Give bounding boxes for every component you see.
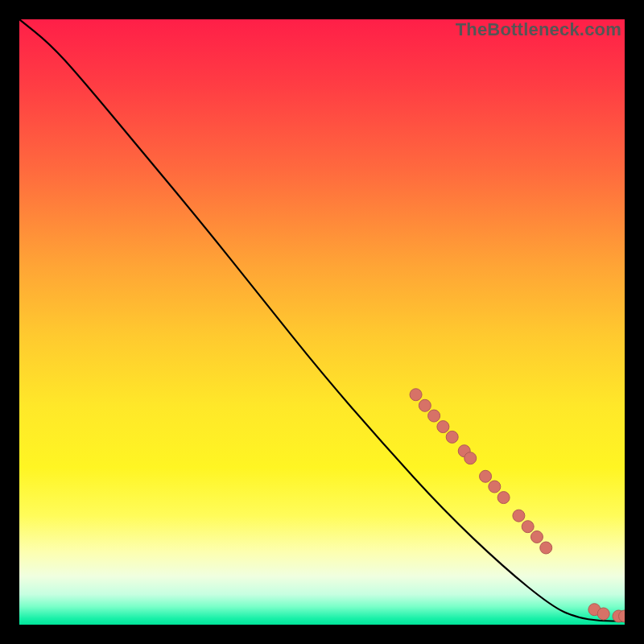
data-point [419, 399, 431, 411]
chart-markers [410, 389, 625, 622]
chart-svg [19, 19, 625, 625]
plot-area: TheBottleneck.com [19, 19, 625, 625]
data-point [489, 481, 501, 493]
data-point [530, 530, 543, 543]
data-point [428, 410, 440, 422]
chart-line [19, 19, 625, 621]
data-point [437, 421, 449, 433]
data-point [597, 608, 609, 620]
data-point [410, 389, 422, 401]
data-point [464, 452, 477, 464]
data-point [540, 542, 552, 554]
data-point [480, 470, 492, 482]
chart-frame: TheBottleneck.com [0, 0, 644, 644]
data-point [513, 510, 525, 522]
data-point [446, 431, 458, 443]
data-point [497, 492, 510, 504]
data-point [522, 521, 534, 533]
